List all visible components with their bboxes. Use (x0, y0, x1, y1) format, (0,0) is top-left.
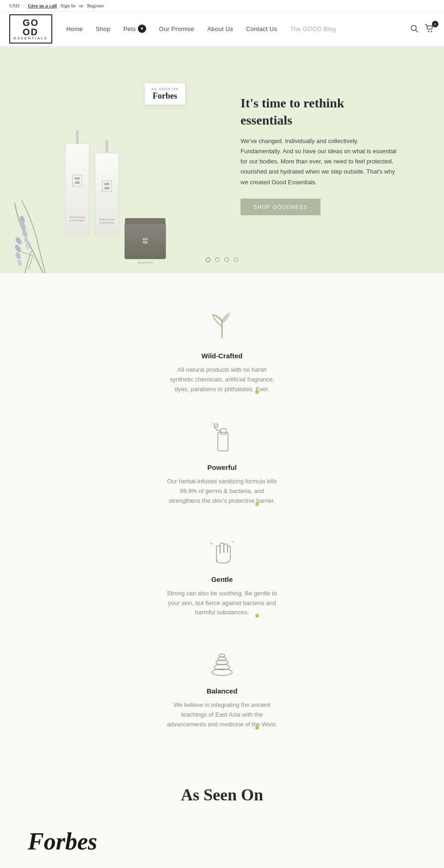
balanced-title: Balanced (37, 687, 407, 695)
hero-forbes-badge: AS SEEN ON Forbes (145, 83, 185, 105)
products-group: GOOD Herbal InfusedHand Sanitizer GOOD H… (65, 131, 166, 236)
logo-good-text: GOOD (23, 18, 39, 37)
nav-our-promise[interactable]: Our Promise (159, 25, 194, 33)
as-seen-on-section: As Seen On Forbes (0, 757, 444, 868)
svg-point-2 (428, 31, 430, 32)
hero-product-display: GOOD Herbal InfusedHand Sanitizer GOOD H… (9, 74, 222, 236)
svg-point-3 (431, 31, 432, 32)
svg-text:✦: ✦ (210, 541, 213, 546)
hero-section: GOOD Herbal InfusedHand Sanitizer GOOD H… (0, 46, 444, 273)
powerful-title: Powerful (37, 463, 407, 471)
balanced-desc: We believe in integrating the ancient te… (166, 700, 278, 729)
nav-about-us[interactable]: About Us (207, 25, 233, 33)
bottle-pump-2 (105, 140, 108, 154)
svg-point-25 (219, 654, 225, 657)
svg-point-16 (212, 423, 214, 424)
shop-goodness-button[interactable]: SHOP GOODNESS (240, 199, 321, 215)
feature-dot-4 (255, 726, 259, 730)
jar-lid (125, 218, 166, 225)
register-link[interactable]: Register (87, 3, 104, 8)
logo-essentials-text: ESSENTIALS (14, 37, 48, 40)
cart-icon[interactable]: 0 (425, 24, 435, 34)
carousel-dot-4[interactable] (234, 257, 238, 262)
wild-crafted-icon (206, 310, 238, 343)
carousel-dot-1[interactable] (206, 257, 210, 262)
product-bottle-1: GOOD Herbal InfusedHand Sanitizer (65, 144, 89, 236)
forbes-name-text: Forbes (151, 91, 179, 101)
svg-point-18 (212, 421, 213, 422)
powerful-icon (206, 422, 238, 454)
pets-dropdown-badge: ▼ (138, 25, 146, 33)
divider: | (23, 3, 24, 8)
nav-links: Home Shop Pets ▼ Our Promise About Us Co… (66, 25, 410, 33)
nav-contact-us[interactable]: Contact Us (246, 25, 277, 33)
currency-label: USD (9, 3, 19, 8)
carousel-dot-2[interactable] (215, 257, 220, 262)
svg-point-17 (211, 425, 212, 425)
features-section: Wild-Crafted All-natural products with n… (0, 273, 444, 757)
search-icon[interactable] (410, 24, 419, 33)
feature-powerful: Powerful Our herbal-infused sanitizing f… (9, 412, 435, 524)
nav-icons: 0 (410, 24, 435, 34)
feature-wild-crafted: Wild-Crafted All-natural products with n… (9, 301, 435, 412)
powerful-desc: Our herbal-infused sanitizing formula ki… (166, 477, 278, 506)
top-bar: USD | Give us a call Sign In or Register (0, 0, 444, 12)
give-call-link[interactable]: Give us a call (28, 3, 57, 8)
svg-rect-14 (221, 429, 226, 434)
product-bottle-2: GOOD Herbal InfusedHand Sanitizer (95, 153, 119, 236)
svg-rect-15 (214, 424, 218, 427)
logo[interactable]: GOOD ESSENTIALS (9, 14, 52, 44)
gentle-title: Gentle (37, 575, 407, 583)
feature-gentle: ✦ ✦ Gentle Strong can also be soothing. … (9, 525, 435, 636)
product-jar: GOOD (124, 222, 166, 259)
navbar: GOOD ESSENTIALS Home Shop Pets ▼ Our Pro… (0, 12, 444, 46)
hero-description: We've changed. Individually and collecti… (240, 136, 398, 187)
cart-count: 0 (432, 21, 438, 27)
svg-rect-13 (218, 432, 228, 451)
forbes-as-seen-text: AS SEEN ON (151, 87, 179, 91)
svg-point-6 (14, 251, 22, 260)
jar-label: GOOD (143, 237, 148, 244)
as-seen-on-title: As Seen On (9, 785, 435, 805)
bottle-pump-1 (76, 131, 79, 144)
feature-dot-2 (255, 502, 259, 506)
svg-point-4 (14, 236, 23, 245)
gentle-desc: Strong can also be soothing. Be gentle t… (166, 589, 278, 618)
wild-crafted-desc: All-natural products with no harsh synth… (166, 365, 278, 394)
svg-point-7 (17, 259, 23, 266)
gentle-icon: ✦ ✦ (206, 534, 238, 566)
feature-balanced: Balanced We believe in integrating the a… (9, 636, 435, 748)
balanced-icon (206, 645, 238, 678)
nav-home[interactable]: Home (66, 25, 83, 33)
carousel-dot-3[interactable] (224, 257, 229, 262)
svg-line-1 (416, 30, 418, 32)
wild-crafted-title: Wild-Crafted (37, 352, 407, 360)
nav-blog[interactable]: The GOOD Blog (290, 25, 336, 33)
nav-pets[interactable]: Pets ▼ (123, 25, 146, 33)
nav-shop[interactable]: Shop (96, 25, 111, 33)
forbes-logo: Forbes (9, 828, 435, 855)
or-text: or (79, 3, 83, 8)
carousel-dots (206, 257, 238, 262)
hero-content: It's time to rethink essentials We've ch… (222, 95, 398, 215)
sign-in-link[interactable]: Sign In (61, 3, 75, 8)
svg-text:✦: ✦ (231, 540, 234, 544)
hero-title: It's time to rethink essentials (240, 95, 398, 129)
